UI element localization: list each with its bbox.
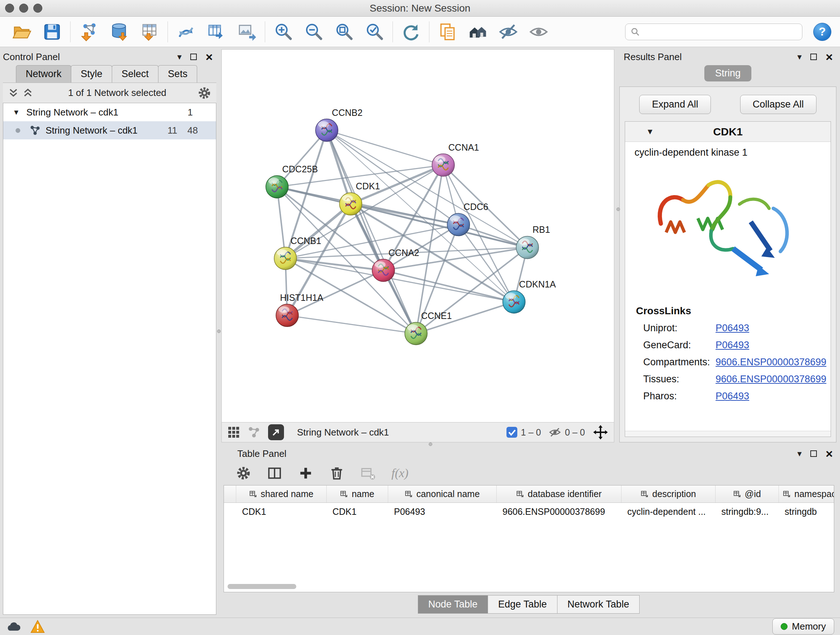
- column-header-description[interactable]: description: [622, 486, 715, 502]
- expand-all-icon[interactable]: [22, 88, 33, 98]
- node-count: 11: [167, 125, 177, 136]
- network-edge[interactable]: [327, 130, 443, 165]
- network-edge[interactable]: [286, 204, 351, 258]
- column-header-name[interactable]: name: [327, 486, 388, 502]
- table-settings-gear-icon[interactable]: [236, 466, 251, 481]
- tab-network-table[interactable]: Network Table: [557, 595, 640, 614]
- network-node-cdkn1a[interactable]: CDKN1A: [503, 279, 556, 313]
- crosslink-value[interactable]: P06493: [715, 323, 749, 334]
- table-horizontal-scrollbar[interactable]: [227, 584, 296, 589]
- crosslink-row: Tissues:9606.ENSP00000378699: [636, 374, 831, 385]
- warning-icon[interactable]: [30, 619, 45, 634]
- table-cell: stringdb:9...: [715, 507, 779, 517]
- network-edge[interactable]: [286, 258, 384, 271]
- network-canvas[interactable]: CCNB2CCNA1CDC25BCDK1CDC6RB1CCNB1CCNA2CDK…: [221, 49, 614, 422]
- network-row[interactable]: String Network – cdk1 11 48: [3, 121, 216, 139]
- import-network-database-button[interactable]: [104, 19, 134, 44]
- network-node-ccne1[interactable]: CCNE1: [405, 310, 452, 345]
- collapse-all-icon[interactable]: [8, 88, 19, 98]
- grid-view-icon[interactable]: [227, 426, 240, 439]
- refresh-icon: [401, 22, 421, 42]
- show-all-button[interactable]: [523, 19, 554, 44]
- selected-checkbox-icon[interactable]: [507, 427, 517, 438]
- panel-menu-icon[interactable]: ▾: [177, 52, 182, 62]
- refresh-view-button[interactable]: [396, 19, 426, 44]
- open-session-button[interactable]: [6, 19, 37, 44]
- gear-icon[interactable]: [197, 86, 211, 100]
- tab-edge-table[interactable]: Edge Table: [488, 595, 557, 614]
- zoom-fit-button[interactable]: [329, 19, 359, 44]
- float-panel-icon[interactable]: [810, 54, 817, 60]
- hidden-eye-icon[interactable]: [549, 427, 561, 438]
- tab-select[interactable]: Select: [112, 65, 158, 82]
- tab-network[interactable]: Network: [16, 65, 71, 82]
- node-label: CDC25B: [282, 164, 318, 174]
- search-input[interactable]: [644, 26, 797, 37]
- column-header-namespac[interactable]: namespac: [779, 486, 834, 502]
- network-edge[interactable]: [327, 130, 514, 302]
- import-network-file-button[interactable]: [73, 19, 104, 44]
- tab-node-table[interactable]: Node Table: [418, 595, 488, 614]
- horizontal-splitter-handle[interactable]: [429, 442, 432, 446]
- panel-menu-icon[interactable]: ▾: [797, 52, 802, 62]
- table-cell: P06493: [388, 507, 497, 517]
- column-header-shared-name[interactable]: shared name: [236, 486, 327, 502]
- zoom-selected-button[interactable]: [359, 19, 390, 44]
- disclosure-triangle-icon[interactable]: ▼: [13, 108, 20, 117]
- memory-button[interactable]: Memory: [772, 618, 834, 635]
- tab-sets[interactable]: Sets: [158, 65, 197, 82]
- close-panel-icon[interactable]: ×: [826, 51, 833, 63]
- home-layout-button[interactable]: [463, 19, 493, 44]
- delete-column-trash-icon[interactable]: [329, 466, 344, 481]
- crosslink-value[interactable]: 9606.ENSP00000378699: [715, 374, 826, 385]
- tab-style[interactable]: Style: [71, 65, 112, 82]
- collapse-all-button[interactable]: Collapse All: [740, 95, 816, 114]
- table-row[interactable]: CDK1CDK1P064939606.ENSP00000378699cyclin…: [224, 503, 834, 520]
- crosslink-value[interactable]: 9606.ENSP00000378699: [715, 356, 826, 368]
- expand-all-button[interactable]: Expand All: [639, 95, 711, 114]
- network-node-rb1[interactable]: RB1: [516, 225, 550, 258]
- copy-button[interactable]: [432, 19, 463, 44]
- cloud-icon[interactable]: [6, 619, 20, 634]
- network-node-ccnb2[interactable]: CCNB2: [316, 108, 363, 141]
- column-header-canonical-name[interactable]: canonical name: [388, 486, 497, 502]
- pan-crosshair-icon[interactable]: [593, 424, 608, 440]
- horizontal-scrollbar-track[interactable]: [625, 431, 831, 437]
- save-session-button[interactable]: [37, 19, 67, 44]
- vertical-splitter-handle[interactable]: [217, 329, 221, 333]
- new-table-button[interactable]: [201, 19, 232, 44]
- close-panel-icon[interactable]: ×: [826, 448, 833, 460]
- column-header-@id[interactable]: @id: [715, 486, 779, 502]
- add-column-icon[interactable]: [298, 466, 313, 481]
- crosslink-value[interactable]: P06493: [715, 391, 749, 402]
- eye-slash-icon: [499, 22, 518, 42]
- import-table-file-button[interactable]: [134, 19, 164, 44]
- close-panel-icon[interactable]: ×: [205, 51, 213, 63]
- panel-menu-icon[interactable]: ▾: [797, 448, 802, 459]
- network-from-selection-button[interactable]: [171, 19, 201, 44]
- disclosure-triangle-icon[interactable]: ▼: [646, 127, 654, 136]
- network-collection-row[interactable]: ▼ String Network – cdk1 1: [3, 103, 216, 121]
- gene-card-header[interactable]: ▼ CDK1: [625, 122, 831, 142]
- zoom-out-icon: [304, 22, 324, 42]
- vertical-splitter-handle[interactable]: [616, 207, 620, 211]
- zoom-out-button[interactable]: [298, 19, 329, 44]
- network-edge[interactable]: [287, 315, 416, 333]
- network-overview-icon[interactable]: [248, 426, 260, 439]
- tab-string[interactable]: String: [704, 65, 752, 81]
- network-node-ccna1[interactable]: CCNA1: [432, 142, 479, 176]
- crosslink-value[interactable]: P06493: [715, 340, 749, 351]
- float-panel-icon[interactable]: [190, 54, 197, 60]
- network-node-ccna2[interactable]: CCNA2: [372, 248, 419, 282]
- float-panel-icon[interactable]: [810, 450, 817, 457]
- hide-selected-button[interactable]: [493, 19, 523, 44]
- export-image-button[interactable]: [232, 19, 262, 44]
- zoom-in-button[interactable]: [268, 19, 298, 44]
- network-arrows-icon: [176, 22, 196, 42]
- column-header-database-identifier[interactable]: database identifier: [497, 486, 622, 502]
- show-columns-icon[interactable]: [267, 466, 282, 481]
- network-edge[interactable]: [327, 130, 416, 334]
- export-network-button[interactable]: [268, 424, 284, 440]
- help-button[interactable]: ?: [813, 23, 831, 41]
- save-icon: [42, 22, 62, 42]
